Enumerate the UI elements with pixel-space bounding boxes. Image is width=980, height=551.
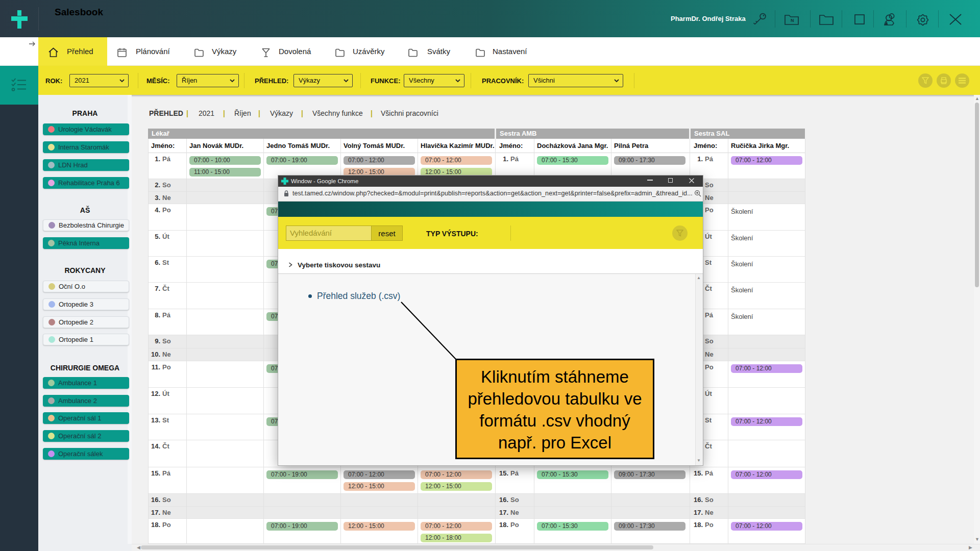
svg-text:N: N — [791, 18, 794, 23]
